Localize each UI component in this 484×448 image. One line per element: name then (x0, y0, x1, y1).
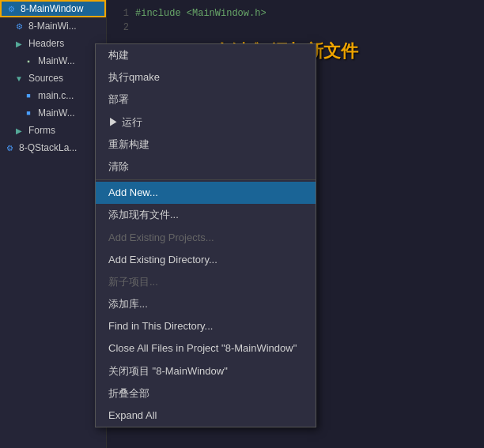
tree-item-main-cpp[interactable]: ■ main.c... (0, 87, 106, 104)
menu-item-add-existing-projects: Add Existing Projects... (96, 227, 316, 249)
folder-open-icon: ▼ (13, 72, 25, 85)
tree-item-label: 8-MainWi... (28, 21, 77, 32)
menu-item-collapse-all[interactable]: 折叠全部 (96, 382, 316, 405)
tree-item-label: 8-QStackLa... (19, 142, 77, 153)
tree-item-label: 8-MainWindow (21, 3, 83, 14)
menu-item-expand-all[interactable]: Expand All (96, 405, 316, 427)
code-text: #include <MainWindow.h> (135, 6, 267, 21)
menu-item-add-new[interactable]: Add New... (96, 182, 316, 204)
tree-item-mainw-h[interactable]: ▪ MainW... (0, 52, 106, 70)
menu-item-qmake[interactable]: 执行qmake (96, 66, 316, 88)
menu-item-add-library[interactable]: 添加库... (96, 293, 316, 315)
menu-item-run[interactable]: ▶ 运行 (96, 111, 316, 134)
separator-1 (96, 179, 316, 180)
tree-item-label: Sources (28, 73, 63, 84)
menu-item-clean[interactable]: 清除 (96, 156, 316, 178)
menu-item-add-existing-file[interactable]: 添加现有文件... (96, 204, 316, 226)
tree-item-mainwindow[interactable]: ⚙ 8-MainWindow (0, 0, 106, 17)
code-line-1: 1 #include <MainWindow.h> (113, 6, 478, 21)
tree-item-label: main.c... (38, 90, 74, 101)
tree-item-qstacklay[interactable]: ⚙ 8-QStackLa... (0, 139, 106, 156)
gear-icon2: ⚙ (3, 141, 16, 154)
folder-icon: ▶ (13, 37, 25, 50)
tree-item-headers[interactable]: ▶ Headers (0, 35, 106, 52)
tree-item-mainw-cpp[interactable]: ■ MainW... (0, 104, 106, 122)
context-menu: 构建 执行qmake 部署 ▶ 运行 重新构建 清除 Add New... 添加… (95, 43, 316, 427)
code-line-2: 2 (113, 21, 478, 35)
tree-item-label: MainW... (38, 107, 75, 119)
menu-item-deploy[interactable]: 部署 (96, 88, 316, 111)
file-header-icon: ▪ (22, 55, 35, 67)
line-number: 1 (113, 6, 129, 21)
tree-item-forms[interactable]: ▶ Forms (0, 122, 106, 139)
line-number: 2 (113, 21, 129, 35)
tree-item-label: MainW... (38, 55, 75, 66)
folder-icon2: ▶ (13, 124, 25, 137)
menu-item-new-subproject: 新子项目... (96, 271, 316, 293)
project-tree: ⚙ 8-MainWindow ⚙ 8-MainWi... ▶ Headers ▪… (0, 0, 107, 448)
menu-item-close-all[interactable]: Close All Files in Project "8-MainWindow… (96, 337, 316, 360)
file-cpp-icon2: ■ (22, 107, 35, 119)
menu-item-rebuild[interactable]: 重新构建 (96, 134, 316, 156)
gear-icon: ⚙ (5, 2, 17, 15)
menu-item-add-existing-dir[interactable]: Add Existing Directory... (96, 249, 316, 271)
tree-item-sources[interactable]: ▼ Sources (0, 70, 106, 87)
menu-item-build[interactable]: 构建 (96, 44, 316, 66)
file-cpp-icon: ■ (22, 89, 35, 102)
tree-item-mainwindow-sub[interactable]: ⚙ 8-MainWi... (0, 17, 106, 35)
tree-item-label: Headers (28, 38, 64, 49)
tree-item-label: Forms (28, 125, 55, 136)
menu-item-find-in-dir[interactable]: Find in This Directory... (96, 315, 316, 337)
menu-item-close-project[interactable]: 关闭项目 "8-MainWindow" (96, 360, 316, 382)
gear-icon: ⚙ (13, 20, 25, 32)
